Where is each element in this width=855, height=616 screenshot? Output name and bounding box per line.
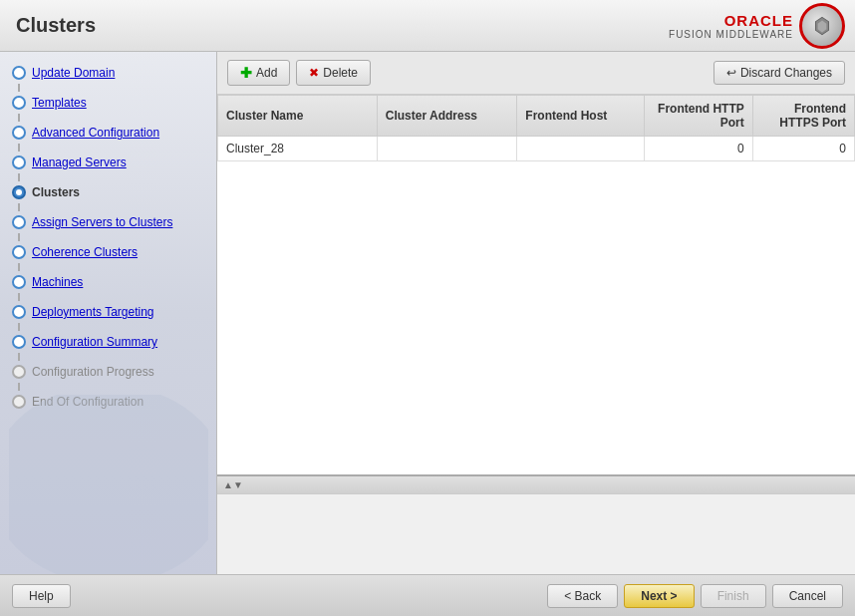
step-icon-end-of-configuration <box>12 395 26 409</box>
sidebar-link-templates[interactable]: Templates <box>32 96 87 110</box>
sidebar-link-update-domain[interactable]: Update Domain <box>32 66 115 80</box>
sidebar-item-configuration-progress: Configuration Progress <box>0 361 216 383</box>
next-button[interactable]: Next > <box>624 584 694 608</box>
table-cell-0-3[interactable]: 0 <box>645 137 753 161</box>
main-content: Update DomainTemplatesAdvanced Configura… <box>0 52 855 574</box>
table-cell-0-1[interactable] <box>377 137 517 161</box>
table-row[interactable]: Cluster_2800 <box>218 137 855 161</box>
step-icon-coherence-clusters <box>12 245 26 259</box>
sidebar-item-advanced-configuration[interactable]: Advanced Configuration <box>0 122 216 144</box>
oracle-name: ORACLE <box>669 12 793 29</box>
sidebar-label-configuration-progress: Configuration Progress <box>32 365 154 379</box>
discard-label: Discard Changes <box>740 66 832 80</box>
oracle-logo: ORACLE FUSION MIDDLEWARE <box>669 3 845 49</box>
table-header-row: Cluster NameCluster AddressFrontend Host… <box>218 96 855 137</box>
header: Clusters ORACLE FUSION MIDDLEWARE <box>0 0 855 52</box>
sidebar-item-update-domain[interactable]: Update Domain <box>0 62 216 84</box>
step-icon-managed-servers <box>12 155 26 169</box>
oracle-logo-svg <box>809 13 835 39</box>
lower-panel-bar: ▲▼ <box>217 476 855 494</box>
sidebar-item-end-of-configuration: End Of Configuration <box>0 391 216 413</box>
sidebar-item-configuration-summary[interactable]: Configuration Summary <box>0 331 216 353</box>
step-line-configuration-progress <box>18 383 20 391</box>
step-line-machines <box>18 293 20 301</box>
step-icon-configuration-progress <box>12 365 26 379</box>
sidebar-link-configuration-summary[interactable]: Configuration Summary <box>32 335 157 349</box>
right-panel: ✚ Add ✖ Delete ↩ Discard Changes Cluster… <box>217 52 855 574</box>
step-icon-update-domain <box>12 66 26 80</box>
cancel-button[interactable]: Cancel <box>772 584 843 608</box>
sidebar-item-deployments-targeting[interactable]: Deployments Targeting <box>0 301 216 323</box>
toolbar: ✚ Add ✖ Delete ↩ Discard Changes <box>217 52 855 95</box>
sidebar-label-end-of-configuration: End Of Configuration <box>32 395 143 409</box>
back-button[interactable]: < Back <box>547 584 618 608</box>
table-cell-0-0[interactable]: Cluster_28 <box>218 137 378 161</box>
discard-icon: ↩ <box>726 66 736 80</box>
sidebar-item-machines[interactable]: Machines <box>0 271 216 293</box>
oracle-subtitle: FUSION MIDDLEWARE <box>669 29 793 40</box>
sidebar-label-clusters: Clusters <box>32 185 80 199</box>
sidebar-link-assign-servers[interactable]: Assign Servers to Clusters <box>32 215 172 229</box>
step-icon-clusters <box>12 185 26 199</box>
oracle-text: ORACLE FUSION MIDDLEWARE <box>669 12 793 40</box>
footer: Help < Back Next > Finish Cancel <box>0 574 855 616</box>
oracle-icon <box>799 3 845 49</box>
sidebar: Update DomainTemplatesAdvanced Configura… <box>0 52 217 574</box>
step-line-deployments-targeting <box>18 323 20 331</box>
sidebar-item-managed-servers[interactable]: Managed Servers <box>0 152 216 173</box>
delete-button[interactable]: ✖ Delete <box>296 60 371 86</box>
col-header-frontend-host: Frontend Host <box>517 96 645 137</box>
sidebar-item-assign-servers[interactable]: Assign Servers to Clusters <box>0 211 216 233</box>
svg-point-2 <box>16 189 22 195</box>
footer-left: Help <box>12 584 71 608</box>
sidebar-item-clusters[interactable]: Clusters <box>0 181 216 203</box>
step-line-configuration-summary <box>18 353 20 361</box>
step-line-coherence-clusters <box>18 263 20 271</box>
step-icon-machines <box>12 275 26 289</box>
sidebar-link-coherence-clusters[interactable]: Coherence Clusters <box>32 245 138 259</box>
col-header-frontend-http-port: Frontend HTTP Port <box>645 96 753 137</box>
sidebar-link-machines[interactable]: Machines <box>32 275 83 289</box>
step-line-advanced-configuration <box>18 144 20 152</box>
step-line-templates <box>18 114 20 122</box>
sidebar-item-coherence-clusters[interactable]: Coherence Clusters <box>0 241 216 263</box>
table-cell-0-4[interactable]: 0 <box>752 137 854 161</box>
sidebar-link-advanced-configuration[interactable]: Advanced Configuration <box>32 126 159 140</box>
step-icon-assign-servers <box>12 215 26 229</box>
step-line-update-domain <box>18 84 20 92</box>
panel-collapse-icon[interactable]: ▲▼ <box>223 479 243 490</box>
toolbar-left: ✚ Add ✖ Delete <box>227 60 371 86</box>
finish-button[interactable]: Finish <box>701 584 766 608</box>
step-icon-templates <box>12 96 26 110</box>
step-line-clusters <box>18 203 20 211</box>
lower-panel: ▲▼ <box>217 474 855 574</box>
table-container: Cluster NameCluster AddressFrontend Host… <box>217 95 855 474</box>
step-icon-deployments-targeting <box>12 305 26 319</box>
col-header-cluster-address: Cluster Address <box>377 96 517 137</box>
step-line-managed-servers <box>18 173 20 181</box>
help-button[interactable]: Help <box>12 584 71 608</box>
sidebar-link-deployments-targeting[interactable]: Deployments Targeting <box>32 305 154 319</box>
sidebar-item-templates[interactable]: Templates <box>0 92 216 114</box>
add-label: Add <box>256 66 277 80</box>
plus-icon: ✚ <box>240 65 252 81</box>
delete-label: Delete <box>323 66 358 80</box>
add-button[interactable]: ✚ Add <box>227 60 290 86</box>
col-header-frontend-https-port: Frontend HTTPS Port <box>752 96 854 137</box>
step-icon-advanced-configuration <box>12 126 26 140</box>
clusters-table: Cluster NameCluster AddressFrontend Host… <box>217 95 855 161</box>
step-icon-configuration-summary <box>12 335 26 349</box>
step-line-assign-servers <box>18 233 20 241</box>
table-cell-0-2[interactable] <box>517 137 645 161</box>
col-header-cluster-name: Cluster Name <box>218 96 378 137</box>
sidebar-link-managed-servers[interactable]: Managed Servers <box>32 155 127 169</box>
discard-changes-button[interactable]: ↩ Discard Changes <box>713 61 845 85</box>
footer-right: < Back Next > Finish Cancel <box>547 584 843 608</box>
page-title: Clusters <box>16 14 96 37</box>
x-icon: ✖ <box>309 66 319 80</box>
